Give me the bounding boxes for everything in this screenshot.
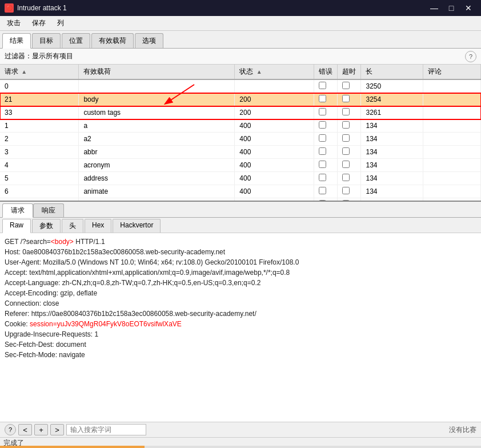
cell-timeout[interactable] <box>338 146 361 159</box>
cell-comment <box>423 185 480 198</box>
col-payload[interactable]: 有效载荷 <box>79 65 235 79</box>
prev-button[interactable]: < <box>18 424 32 435</box>
table-row[interactable]: 1a400134 <box>0 119 481 133</box>
add-button[interactable]: + <box>34 424 48 435</box>
cell-error[interactable] <box>314 133 338 146</box>
subtab-hex[interactable]: Hex <box>85 219 111 233</box>
tab-target[interactable]: 目标 <box>32 33 61 48</box>
error-checkbox[interactable] <box>319 200 326 202</box>
search-input[interactable] <box>66 424 146 435</box>
subtab-raw[interactable]: Raw <box>2 219 31 233</box>
error-checkbox[interactable] <box>319 187 326 194</box>
request-line: Connection: close <box>5 298 476 309</box>
request-line: Host: 0ae800840376b1b2c158a3ec00860058.w… <box>5 247 476 257</box>
tab-position[interactable]: 位置 <box>62 33 90 48</box>
cell-timeout[interactable] <box>338 159 361 172</box>
col-status[interactable]: 状态 ▲ <box>235 65 314 79</box>
col-length[interactable]: 长 <box>361 65 423 79</box>
cell-timeout[interactable] <box>338 185 361 198</box>
timeout-checkbox[interactable] <box>342 174 350 181</box>
cell-error[interactable] <box>314 106 338 119</box>
results-table-container[interactable]: 请求 ▲ 有效载荷 状态 ▲ 错误 超时 长 评论 0325021body200… <box>0 65 481 202</box>
cell-timeout[interactable] <box>338 79 361 93</box>
cell-timeout[interactable] <box>338 106 361 119</box>
menu-save[interactable]: 保存 <box>27 17 50 29</box>
timeout-checkbox[interactable] <box>342 200 350 202</box>
cell-payload: a <box>79 119 235 133</box>
cell-error[interactable] <box>314 185 338 198</box>
timeout-checkbox[interactable] <box>342 82 350 89</box>
timeout-checkbox[interactable] <box>342 134 350 142</box>
cell-error[interactable] <box>314 159 338 172</box>
forward-button[interactable]: > <box>50 424 64 435</box>
error-checkbox[interactable] <box>319 174 326 181</box>
timeout-checkbox[interactable] <box>342 108 350 115</box>
timeout-checkbox[interactable] <box>342 121 350 129</box>
bottom-bar: 完成了 <box>0 437 481 448</box>
minimize-button[interactable]: — <box>426 2 442 14</box>
col-timeout[interactable]: 超时 <box>338 65 361 79</box>
maximize-button[interactable]: □ <box>443 2 459 14</box>
cell-error[interactable] <box>314 93 338 106</box>
request-line: Sec-Fetch-Dest: document <box>5 339 476 350</box>
table-row[interactable]: 03250 <box>0 79 481 93</box>
cell-comment <box>423 133 480 146</box>
menu-columns[interactable]: 列 <box>53 17 69 29</box>
main-content: 过滤器：显示所有项目 ? 请求 ▲ 有效载荷 <box>0 49 481 422</box>
cell-timeout[interactable] <box>338 93 361 106</box>
table-row[interactable]: 5address400134 <box>0 172 481 185</box>
error-checkbox[interactable] <box>319 121 326 129</box>
timeout-checkbox[interactable] <box>342 147 350 155</box>
table-row[interactable]: 6animate400134 <box>0 185 481 198</box>
cell-timeout[interactable] <box>338 172 361 185</box>
help-button[interactable]: ? <box>5 424 16 435</box>
cell-id: 0 <box>0 79 79 93</box>
error-checkbox[interactable] <box>319 108 326 115</box>
error-checkbox[interactable] <box>319 95 326 102</box>
col-request[interactable]: 请求 ▲ <box>0 65 79 79</box>
cell-timeout[interactable] <box>338 119 361 133</box>
cell-timeout[interactable] <box>338 133 361 146</box>
error-checkbox[interactable] <box>319 82 326 89</box>
tab-response[interactable]: 响应 <box>33 203 64 217</box>
subtab-hackvertor[interactable]: Hackvertor <box>113 219 161 233</box>
timeout-checkbox[interactable] <box>342 161 350 168</box>
cell-error[interactable] <box>314 198 338 202</box>
title-bar-left: 🔴 Intruder attack 1 <box>5 3 67 13</box>
tab-payload[interactable]: 有效载荷 <box>91 33 134 48</box>
request-content: GET /?search=<body> HTTP/1.1Host: 0ae800… <box>0 233 481 359</box>
table-row[interactable]: 3abbr400134 <box>0 146 481 159</box>
tab-request[interactable]: 请求 <box>2 203 33 218</box>
cell-error[interactable] <box>314 146 338 159</box>
menu-attack[interactable]: 攻击 <box>2 17 25 29</box>
table-row[interactable]: 4acronym400134 <box>0 159 481 172</box>
table-row[interactable]: 33custom tags2003261 <box>0 106 481 119</box>
request-line: Cookie: session=yuJv39QMgR04FykV8oEOT6vs… <box>5 319 476 329</box>
cell-status: 200 <box>235 106 314 119</box>
table-body: 0325021body200325433custom tags20032611a… <box>0 79 481 202</box>
cell-error[interactable] <box>314 172 338 185</box>
cell-error[interactable] <box>314 119 338 133</box>
timeout-checkbox[interactable] <box>342 187 350 194</box>
cell-length: 134 <box>361 119 423 133</box>
tab-results[interactable]: 结果 <box>2 33 31 49</box>
table-row[interactable]: 2a2400134 <box>0 133 481 146</box>
tab-options[interactable]: 选项 <box>135 33 163 48</box>
cell-timeout[interactable] <box>338 198 361 202</box>
request-line: Referer: https://0ae800840376b1b2c158a3e… <box>5 309 476 319</box>
close-button[interactable]: ✕ <box>460 2 476 14</box>
table-row[interactable]: 7animatemotion400134 <box>0 198 481 202</box>
col-comment[interactable]: 评论 <box>423 65 480 79</box>
subtab-params[interactable]: 参数 <box>32 219 61 233</box>
table-row[interactable]: 21body2003254 <box>0 93 481 106</box>
subtab-headers[interactable]: 头 <box>62 219 83 233</box>
filter-help-button[interactable]: ? <box>465 51 476 62</box>
cell-length: 134 <box>361 146 423 159</box>
timeout-checkbox[interactable] <box>342 95 350 102</box>
cell-error[interactable] <box>314 79 338 93</box>
col-error[interactable]: 错误 <box>314 65 338 79</box>
cell-id: 1 <box>0 119 79 133</box>
error-checkbox[interactable] <box>319 161 326 168</box>
error-checkbox[interactable] <box>319 147 326 155</box>
error-checkbox[interactable] <box>319 134 326 142</box>
